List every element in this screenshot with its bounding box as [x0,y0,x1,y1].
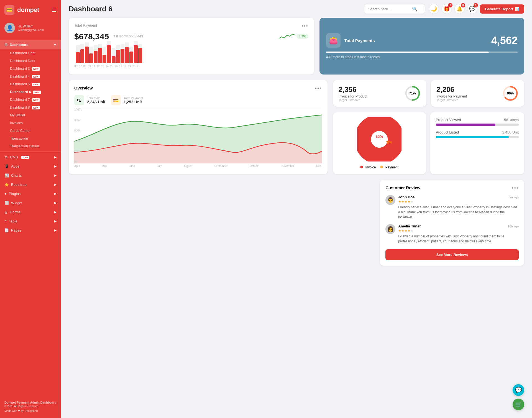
sidebar-item-dashboard[interactable]: ⊞ Dashboard ▼ [0,40,61,49]
chat-button[interactable]: 💬 5 [467,4,477,14]
apps-icon: 📱 [4,164,9,168]
trend-sparkline [279,32,295,40]
sidebar-item-transaction[interactable]: Transaction [0,135,61,142]
bar-label: 16 [114,65,117,68]
generate-btn-label: Generate Report [485,7,513,11]
blue-total-payments-card: 👛 Total Payments 4,562 431 more to break… [319,18,524,75]
moon-toggle[interactable]: 🌙 [429,4,439,14]
listed-progress-bg [436,136,519,138]
total-payment-stat: 💳 Total Payment 1,252 Unit [111,95,143,105]
charts-icon: 📊 [4,173,9,178]
sidebar-item-forms[interactable]: 🖨 Forms ▶ [0,207,61,217]
svg-text:62%: 62% [376,135,383,139]
sidebar-item-widget[interactable]: ⬜ Widget ▶ [0,198,61,207]
review-time-1: 5m ago [508,196,519,199]
sidebar-nav: ⊞ Dashboard ▼ Dashboard Light Dashboard … [0,38,61,397]
sidebar-item-pages[interactable]: 📄 Pages ▶ [0,226,61,235]
total-sale-stat: 🛍 Total Sale 2,346 Unit [74,95,105,105]
sidebar-item-label: Forms [10,210,21,214]
sidebar-footer: Dompet Payment Admin Dashboard © 2023 Al… [0,397,61,414]
generate-report-button[interactable]: Generate Report 📊 [480,4,524,14]
sidebar-item-bootstrap[interactable]: ⭐ Bootstrap ▶ [0,180,61,189]
gift-button[interactable]: 🎁 2 [442,4,452,14]
plugins-icon: ♥ [4,192,7,196]
listed-progress-fill [436,136,509,138]
search-input[interactable] [368,7,410,11]
gift-badge: 2 [448,3,452,7]
bar-label: 19 [128,65,131,68]
product-listed-label: Product Listed [436,130,459,134]
floating-buttons: 💬 🛒 [513,384,524,410]
invoice-payment-num: 2,206 [436,85,467,94]
see-more-reviews-button[interactable]: See More Reviews [385,249,519,260]
svg-point-11 [371,131,388,148]
sidebar-item-dashboard-4[interactable]: Dashboard 4 New [0,73,61,80]
bar-red [112,56,116,63]
logo-text: dompet [17,6,39,14]
sidebar-item-dashboard-7[interactable]: Dashboard 7 New [0,96,61,104]
bell-button[interactable]: 🔔 12 [454,4,464,14]
table-icon: ≡ [4,219,7,223]
overview-title: Overview [74,86,93,90]
bar-label: 21 [137,65,140,68]
pages-icon: 📄 [4,228,9,232]
review-text-2: I viewed a number of properties with Jus… [398,234,519,244]
more-options-icon[interactable]: ••• [301,23,308,29]
sidebar-item-cards-center[interactable]: Cards Center [0,127,61,135]
chevron-right-icon: ▶ [54,192,57,196]
sidebar-item-label: Dashboard [10,43,29,47]
sidebar-item-dashboard-light[interactable]: Dashboard Light [0,49,61,57]
bar-label: 11 [92,65,95,68]
cart-float-button[interactable]: 🛒 [513,399,524,410]
pie-products-row: 62% 38% Invoice Payment [333,112,524,174]
chevron-down-icon: ▼ [53,43,57,47]
pie-legend: Invoice Payment [360,165,398,169]
chat-float-button[interactable]: 💬 [513,384,524,396]
review-name-2: Amelia Tuner [398,224,421,228]
sidebar-item-cms[interactable]: ⚙ CMS New ▶ [0,153,61,162]
bar-chart-icon: 📊 [515,7,519,11]
sidebar-item-charts[interactable]: 📊 Charts ▶ [0,171,61,180]
review-item-1: 👨 John Doe 5m ago ★★★★★ Friendly service… [385,195,519,220]
sidebar-item-plugins[interactable]: ♥ Plugins ▶ [0,189,61,198]
invoice-payment-sub: Target 3k/month [436,98,467,102]
hamburger-icon[interactable]: ☰ [52,7,57,13]
row-2: Overview ••• 🛍 Total Sale 2,346 Unit 💳 [69,80,524,174]
review-more-icon[interactable]: ••• [512,185,519,191]
sidebar-user: 👤 Hi, William william@gmail.com [0,20,61,38]
review-title: Customer Review [385,185,420,191]
product-viewed-label: Product Viewed [436,118,461,122]
sale-icon: 🛍 [74,95,84,105]
review-avatar-1: 👨 [385,195,395,205]
sidebar-item-dashboard-3[interactable]: Dashboard 3 New [0,65,61,73]
viewed-progress-bg [436,124,519,126]
sidebar-item-apps[interactable]: 📱 Apps ▶ [0,162,61,171]
trend-badge: ↑ 7% [296,34,308,39]
sidebar-item-dashboard-5[interactable]: Dashboard 5 New [0,80,61,88]
sidebar-item-dashboard-6[interactable]: Dashboard 6 New [0,88,61,96]
sidebar-item-label: Charts [11,173,22,178]
bar-red [89,53,93,63]
sidebar-item-table[interactable]: ≡ Table ▶ [0,217,61,226]
row-3: Customer Review ••• 👨 John Doe 5m ago ★★… [69,180,524,266]
sidebar-item-dashboard-dark[interactable]: Dashboard Dark [0,57,61,65]
total-payment-stat-value: 1,252 Unit [124,100,143,104]
sidebar-item-invoices[interactable]: Invoices [0,119,61,127]
bar-group: 06 [74,41,77,68]
row-1: Total Payment ••• $678,345 last month $5… [69,18,524,75]
footer-app-name: Dompet Payment Admin Dashboard [4,401,57,404]
invoice-product-sub: Target 3k/month [339,98,367,102]
sidebar-item-label: Table [9,219,17,223]
sidebar-item-my-wallet[interactable]: My Wallet [0,111,61,119]
new-badge: New [32,67,40,71]
review-stars-1: ★★★★★ [398,200,519,204]
total-payment-title: Total Payment [74,23,97,27]
overview-more-icon[interactable]: ••• [315,86,322,91]
payment-progress-bar [326,52,518,53]
sidebar-item-transaction-details[interactable]: Transaction Details [0,142,61,150]
new-badge: New [32,83,40,86]
sidebar-item-dashboard-8[interactable]: Dashboard 8 New [0,104,61,111]
sidebar-item-label: Plugins [9,192,21,196]
new-badge: New [21,156,29,159]
bar-label: 18 [123,65,126,68]
